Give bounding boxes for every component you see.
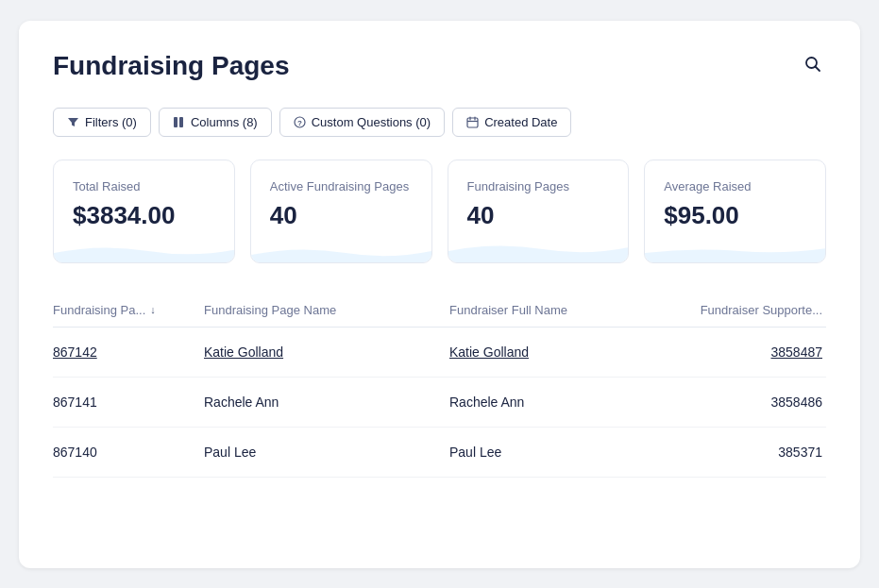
table-row: 867142 Katie Golland Katie Golland 38584…	[53, 328, 826, 378]
col-header-2: Fundraiser Full Name	[449, 303, 695, 317]
cell-page-name: Paul Lee	[204, 445, 449, 460]
search-icon	[803, 55, 822, 74]
stat-label-0: Total Raised	[73, 179, 215, 193]
filters-label: Filters (0)	[85, 115, 137, 129]
stat-value-2: 40	[467, 201, 610, 230]
data-table: Fundraising Pa... ↓ Fundraising Page Nam…	[53, 294, 826, 478]
col-header-0: Fundraising Pa... ↓	[53, 303, 204, 317]
cell-supporter[interactable]: 3858487	[695, 344, 826, 360]
search-button[interactable]	[800, 51, 826, 80]
main-container: Fundraising Pages Filters (0) Columns (8…	[19, 21, 860, 568]
table-header: Fundraising Pa... ↓ Fundraising Page Nam…	[53, 294, 826, 328]
table-row: 867140 Paul Lee Paul Lee 385371	[53, 428, 826, 478]
wave-3	[645, 234, 826, 262]
custom-questions-label: Custom Questions (0)	[312, 115, 431, 129]
stat-card-average-raised: Average Raised $95.00	[644, 160, 826, 263]
page-header: Fundraising Pages	[53, 51, 826, 81]
wave-1	[251, 234, 432, 262]
created-date-button[interactable]: Created Date	[452, 108, 571, 137]
stat-label-3: Average Raised	[664, 179, 806, 193]
cell-id: 867140	[53, 445, 204, 460]
svg-rect-3	[179, 117, 183, 127]
question-icon: ?	[294, 116, 306, 128]
created-date-label: Created Date	[484, 115, 557, 129]
col-header-3: Fundraiser Supporte...	[695, 303, 826, 317]
stat-card-fundraising-pages: Fundraising Pages 40	[448, 160, 630, 263]
table-body: 867142 Katie Golland Katie Golland 38584…	[53, 328, 826, 478]
cell-page-name: Rachele Ann	[204, 395, 449, 410]
page-title: Fundraising Pages	[53, 51, 290, 81]
stat-card-total-raised: Total Raised $3834.00	[53, 160, 235, 263]
svg-line-1	[816, 66, 820, 71]
calendar-icon	[466, 116, 479, 128]
columns-label: Columns (8)	[191, 115, 258, 129]
cell-id[interactable]: 867142	[53, 344, 204, 360]
stat-value-0: $3834.00	[73, 201, 215, 230]
svg-rect-6	[467, 118, 478, 127]
cell-supporter: 3858486	[695, 395, 826, 410]
stat-label-2: Fundraising Pages	[467, 179, 610, 193]
columns-button[interactable]: Columns (8)	[159, 108, 272, 137]
cell-page-name[interactable]: Katie Golland	[204, 344, 449, 360]
stat-label-1: Active Fundraising Pages	[270, 179, 413, 193]
cell-supporter: 385371	[695, 445, 826, 460]
col-header-1: Fundraising Page Name	[204, 303, 449, 317]
filter-icon	[67, 116, 79, 128]
filters-button[interactable]: Filters (0)	[53, 108, 151, 137]
toolbar: Filters (0) Columns (8) ? Custom Questio…	[53, 108, 826, 137]
stat-value-3: $95.00	[664, 201, 806, 230]
table-row: 867141 Rachele Ann Rachele Ann 3858486	[53, 378, 826, 428]
svg-text:?: ?	[297, 119, 302, 127]
cell-id: 867141	[53, 395, 204, 410]
svg-rect-2	[174, 117, 177, 127]
stat-value-1: 40	[270, 201, 413, 230]
wave-2	[448, 234, 630, 262]
custom-questions-button[interactable]: ? Custom Questions (0)	[279, 108, 445, 137]
cell-full-name[interactable]: Katie Golland	[449, 344, 695, 360]
sort-icon[interactable]: ↓	[150, 304, 156, 315]
stat-card-active-pages: Active Fundraising Pages 40	[250, 160, 432, 263]
cell-full-name: Paul Lee	[449, 445, 695, 460]
columns-icon	[173, 116, 185, 128]
cell-full-name: Rachele Ann	[449, 395, 695, 410]
wave-0	[54, 234, 235, 262]
stats-grid: Total Raised $3834.00 Active Fundraising…	[53, 160, 826, 263]
